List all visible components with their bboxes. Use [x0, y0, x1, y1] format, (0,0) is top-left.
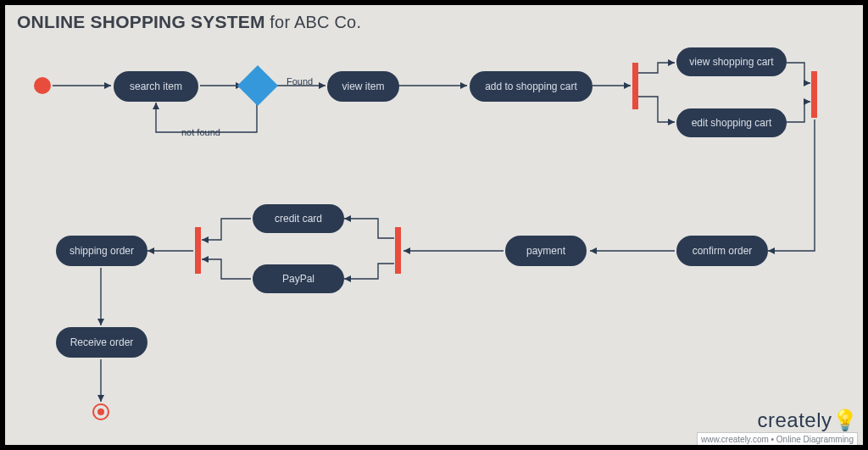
- node-label: Receive order: [70, 336, 134, 348]
- join-bar-icon: [195, 227, 201, 274]
- fork-bar-icon: [395, 227, 401, 274]
- node-view-item: view item: [327, 71, 399, 102]
- bulb-icon: 💡: [832, 408, 859, 431]
- start-node-icon: [34, 77, 51, 94]
- node-view-cart: view shopping cart: [676, 47, 787, 76]
- node-credit-card: credit card: [253, 204, 344, 233]
- node-add-to-cart: add to shopping cart: [470, 71, 593, 102]
- node-label: view item: [342, 81, 384, 92]
- node-label: search item: [130, 81, 182, 92]
- node-paypal: PayPal: [253, 264, 344, 293]
- node-search-item: search item: [114, 71, 198, 102]
- brand-name: creately: [757, 408, 832, 431]
- node-label: PayPal: [282, 273, 314, 285]
- join-bar-icon: [811, 71, 817, 118]
- node-receive-order: Receive order: [56, 327, 147, 358]
- edge-label-found: Found: [287, 76, 313, 86]
- diagram-canvas: search item Found not found view item ad…: [5, 5, 863, 445]
- node-label: confirm order: [693, 245, 753, 257]
- node-label: add to shopping cart: [485, 81, 577, 92]
- node-edit-cart: edit shopping cart: [676, 108, 787, 137]
- end-node-icon: [92, 403, 109, 420]
- node-label: shipping order: [70, 245, 134, 257]
- brand-tagline: www.creately.com • Online Diagramming: [697, 432, 858, 447]
- brand-logo: creately💡: [757, 408, 858, 431]
- node-confirm-order: confirm order: [676, 236, 768, 266]
- watermark: creately💡 www.creately.com • Online Diag…: [697, 408, 858, 447]
- node-label: payment: [526, 245, 565, 257]
- node-label: edit shopping cart: [692, 117, 772, 129]
- node-label: credit card: [275, 213, 322, 225]
- node-payment: payment: [505, 236, 587, 266]
- fork-bar-icon: [632, 63, 638, 109]
- node-shipping-order: shipping order: [56, 236, 147, 266]
- node-label: view shopping cart: [689, 56, 773, 68]
- edge-label-not-found: not found: [181, 127, 220, 137]
